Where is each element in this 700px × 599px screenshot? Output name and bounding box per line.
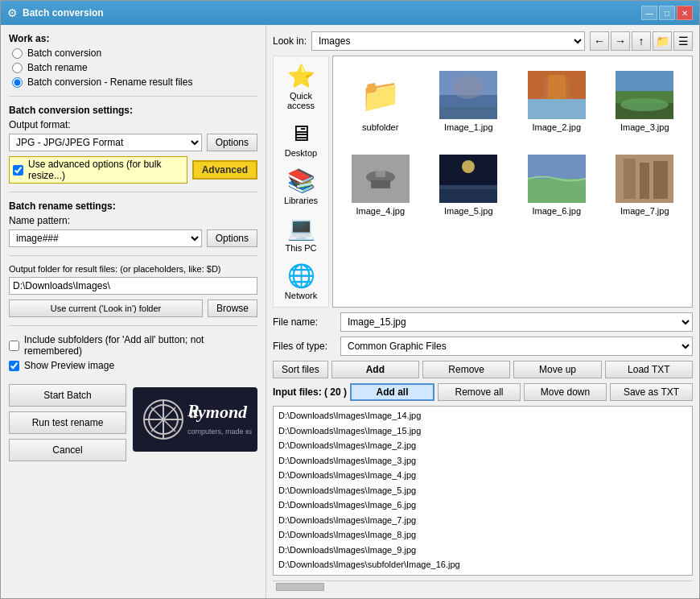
radio-input-1[interactable] <box>12 48 23 59</box>
file-item-subfolder[interactable]: 📁 subfolder <box>338 61 423 142</box>
remove-all-button[interactable]: Remove all <box>438 383 521 401</box>
radio-input-3[interactable] <box>12 77 23 88</box>
list-item[interactable]: D:\Downloads\Images\subfolder\Image_17.j… <box>277 572 689 576</box>
action-row-1: Sort files Add Remove Move up Load TXT <box>273 361 693 378</box>
list-item[interactable]: D:\Downloads\Images\Image_7.jpg <box>277 513 689 528</box>
start-batch-button[interactable]: Start Batch <box>9 384 126 407</box>
bottom-actions-area: Start Batch Run test rename Cancel aymon… <box>9 384 257 461</box>
look-in-row: Look in: Images ← → ↑ 📁 ☰ <box>273 31 693 51</box>
sort-files-button[interactable]: Sort files <box>273 361 328 378</box>
sidebar-item-quick-access[interactable]: ⭐ Quick access <box>277 60 325 114</box>
nav-back-button[interactable]: ← <box>590 31 609 51</box>
format-select[interactable]: JPG - JPG/JPEG Format <box>9 134 202 151</box>
remove-button[interactable]: Remove <box>422 361 510 378</box>
list-item[interactable]: D:\Downloads\Images\Image_15.jpg <box>277 423 689 439</box>
load-txt-button[interactable]: Load TXT <box>605 361 693 378</box>
browse-button[interactable]: Browse <box>208 300 257 317</box>
name-pattern-select[interactable]: image### <box>9 229 202 247</box>
minimize-button[interactable]: — <box>641 6 657 20</box>
list-item[interactable]: D:\Downloads\Images\Image_6.jpg <box>277 498 689 513</box>
nav-forward-button[interactable]: → <box>611 31 630 51</box>
list-item[interactable]: D:\Downloads\Images\Image_2.jpg <box>277 438 689 453</box>
svg-rect-11 <box>439 107 497 119</box>
cancel-button[interactable]: Cancel <box>9 439 126 461</box>
title-buttons: — □ ✕ <box>641 6 693 20</box>
image2-thumb <box>528 71 586 119</box>
file-name-image3: Image_3.jpg <box>620 122 669 132</box>
radio-batch-rename-result[interactable]: Batch conversion - Rename result files <box>12 76 257 88</box>
files-of-type-select[interactable]: Common Graphic Files <box>340 337 693 356</box>
list-item[interactable]: D:\Downloads\Images\subfolder\Image_16.j… <box>277 557 689 572</box>
horizontal-scrollbar[interactable] <box>273 580 693 592</box>
advanced-checkbox-label: Use advanced options (for bulk resize...… <box>28 159 183 181</box>
options-button-2[interactable]: Options <box>207 229 257 247</box>
list-item[interactable]: D:\Downloads\Images\Image_9.jpg <box>277 543 689 558</box>
advanced-button[interactable]: Advanced <box>192 160 257 180</box>
look-in-select[interactable]: Images <box>311 31 585 51</box>
look-in-label: Look in: <box>273 35 307 47</box>
file-name-input[interactable]: Image_15.jpg <box>340 312 693 332</box>
options-button-1[interactable]: Options <box>207 134 257 151</box>
move-down-button[interactable]: Move down <box>524 383 607 401</box>
list-item[interactable]: D:\Downloads\Images\Image_8.jpg <box>277 527 689 543</box>
svg-point-10 <box>452 75 484 99</box>
file-name-image7: Image_7.jpg <box>620 206 669 216</box>
radio-batch-conversion[interactable]: Batch conversion <box>12 48 257 59</box>
nav-new-folder-button[interactable]: 📁 <box>653 31 672 51</box>
show-preview-label[interactable]: Show Preview image <box>9 360 257 371</box>
file-item-image5[interactable]: Image_5.jpg <box>426 145 512 225</box>
file-item-image3[interactable]: Image_3.jpg <box>603 61 688 142</box>
title-bar-left: ⚙ Batch conversion <box>7 6 104 19</box>
file-item-image7[interactable]: Image_7.jpg <box>603 145 688 225</box>
show-preview-checkbox[interactable] <box>9 361 19 371</box>
output-folder-label: Output folder for result files: (or plac… <box>9 264 257 274</box>
list-item[interactable]: D:\Downloads\Images\Image_5.jpg <box>277 483 689 498</box>
maximize-button[interactable]: □ <box>659 6 675 20</box>
sidebar-item-libraries[interactable]: 📚 Libraries <box>277 164 325 209</box>
scroll-thumb[interactable] <box>276 583 324 591</box>
save-as-txt-button[interactable]: Save as TXT <box>610 383 693 401</box>
sidebar-item-desktop[interactable]: 🖥 Desktop <box>277 117 325 161</box>
advanced-options-row: Use advanced options (for bulk resize...… <box>9 156 257 184</box>
svg-rect-35 <box>653 161 668 199</box>
files-of-type-row: Files of type: Common Graphic Files <box>273 337 693 356</box>
advanced-checkbox[interactable] <box>13 165 23 176</box>
this-pc-label: This PC <box>285 243 316 253</box>
image7-thumb <box>616 155 673 203</box>
file-item-image4[interactable]: Image_4.jpg <box>338 145 423 225</box>
image4-thumb <box>352 155 410 203</box>
file-name-subfolder: subfolder <box>362 122 398 132</box>
radio-batch-rename[interactable]: Batch rename <box>12 62 257 73</box>
list-item[interactable]: D:\Downloads\Images\Image_4.jpg <box>277 468 689 483</box>
sidebar-item-this-pc[interactable]: 💻 This PC <box>277 212 325 256</box>
output-folder-input[interactable] <box>9 277 257 295</box>
nav-up-button[interactable]: ↑ <box>632 31 651 51</box>
add-button[interactable]: Add <box>331 361 419 378</box>
this-pc-icon: 💻 <box>287 215 315 242</box>
include-subfolders-label[interactable]: Include subfolders (for 'Add all' button… <box>9 334 257 357</box>
network-label: Network <box>285 291 317 300</box>
add-all-button[interactable]: Add all <box>350 383 434 401</box>
use-current-button[interactable]: Use current ('Look in') folder <box>9 300 203 317</box>
file-list-area[interactable]: D:\Downloads\Images\Image_14.jpgD:\Downl… <box>273 406 693 576</box>
file-item-image6[interactable]: Image_6.jpg <box>514 145 599 225</box>
svg-rect-14 <box>548 75 566 99</box>
nav-views-button[interactable]: ☰ <box>673 31 693 51</box>
sidebar-item-network[interactable]: 🌐 Network <box>277 259 325 304</box>
svg-point-26 <box>462 160 475 173</box>
run-test-button[interactable]: Run test rename <box>9 411 126 434</box>
input-files-label: Input files: ( 20 ) <box>273 386 347 398</box>
move-up-button[interactable]: Move up <box>513 361 601 378</box>
file-item-image1[interactable]: Image_1.jpg <box>426 61 512 142</box>
include-subfolders-checkbox[interactable] <box>9 341 19 351</box>
radio-input-2[interactable] <box>12 63 23 73</box>
list-item[interactable]: D:\Downloads\Images\Image_3.jpg <box>277 453 689 469</box>
file-item-image2[interactable]: Image_2.jpg <box>514 61 599 142</box>
svg-rect-13 <box>528 99 586 119</box>
network-icon: 🌐 <box>287 262 315 289</box>
close-button[interactable]: ✕ <box>677 6 693 20</box>
right-panel: Look in: Images ← → ↑ 📁 ☰ ⭐ <box>266 25 699 598</box>
logo-svg: aymond R computers, made easy <box>139 395 252 444</box>
svg-rect-29 <box>528 155 586 179</box>
list-item[interactable]: D:\Downloads\Images\Image_14.jpg <box>277 408 689 423</box>
